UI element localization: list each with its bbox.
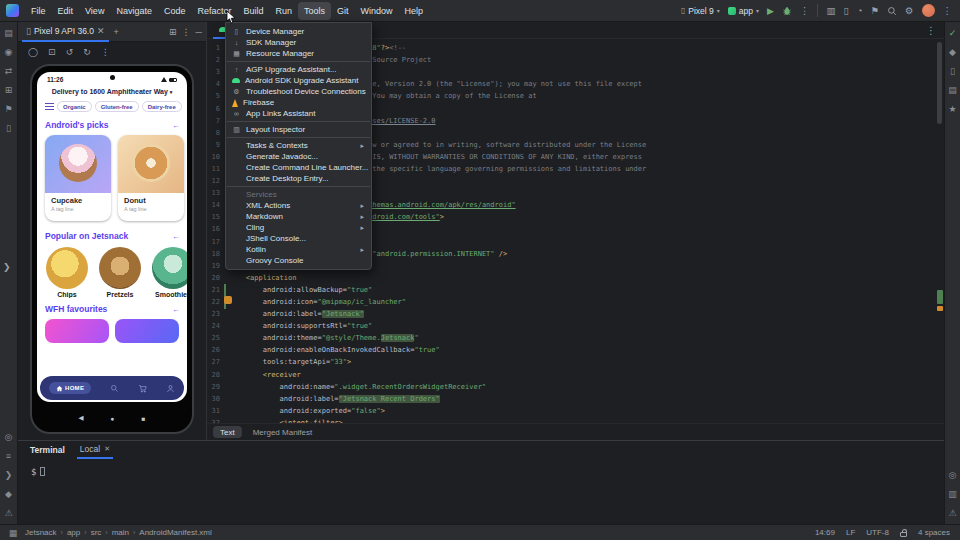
device-explorer-icon[interactable]: ▤	[945, 85, 960, 95]
split-icon[interactable]: ⊞	[169, 27, 177, 37]
line-number[interactable]: 8	[207, 129, 223, 137]
line-number[interactable]: 13	[207, 189, 223, 197]
gradle-icon[interactable]: ◆	[945, 47, 960, 57]
line-number[interactable]: 30	[207, 395, 223, 403]
editor-scrollbar[interactable]	[937, 42, 942, 124]
tab-text[interactable]: Text	[213, 426, 242, 438]
menu-item-device-manager[interactable]: ▯Device Manager	[226, 26, 371, 37]
nav-profile-icon[interactable]	[166, 379, 175, 397]
line-number[interactable]: 6	[207, 105, 223, 113]
menu-edit[interactable]: Edit	[52, 2, 80, 20]
recents-button[interactable]: ■	[142, 415, 146, 422]
line-number[interactable]: 4	[207, 80, 223, 88]
device-selector[interactable]: ▯ Pixel 9 ▾	[681, 6, 720, 16]
menu-item-groovy-console[interactable]: Groovy Console	[226, 255, 371, 266]
filter-icon[interactable]	[45, 103, 54, 110]
tab-merged-manifest[interactable]: Merged Manifest	[246, 426, 320, 438]
menu-item-jshell-console[interactable]: JShell Console...	[226, 233, 371, 244]
menu-item-xml-actions[interactable]: XML Actions▸	[226, 200, 371, 211]
menu-item-app-links-assistant[interactable]: ∞App Links Assistant	[226, 108, 371, 119]
menu-item-create-command-line-launcher[interactable]: Create Command Line Launcher...	[226, 162, 371, 173]
arrow-icon[interactable]: ←	[172, 232, 180, 241]
version-control-icon[interactable]: ◆	[1, 489, 17, 499]
launcher-icon-gutter-badge[interactable]	[224, 296, 232, 304]
breadcrumb-app[interactable]: app	[67, 528, 80, 537]
rotate-right-icon[interactable]: ↻	[83, 47, 91, 57]
caret-position[interactable]: 14:69	[815, 528, 835, 537]
menu-view[interactable]: View	[79, 2, 110, 20]
snack-card-cupcake[interactable]: CupcakeA tag line	[45, 135, 111, 221]
menu-item-create-desktop-entry[interactable]: Create Desktop Entry...	[226, 173, 371, 184]
menu-item-android-sdk-upgrade-assistant[interactable]: Android SDK Upgrade Assistant	[226, 75, 371, 86]
menu-item-layout-inspector[interactable]: ▥Layout Inspector	[226, 124, 371, 135]
layout-inspector-icon[interactable]: ▥	[945, 489, 960, 499]
line-number[interactable]: 26	[207, 346, 223, 354]
close-icon[interactable]: ✕	[104, 445, 110, 453]
line-number[interactable]: 22	[207, 298, 223, 306]
home-button[interactable]: ●	[111, 415, 115, 422]
app-quality-insights-icon[interactable]: ◎	[1, 432, 17, 442]
problems-view-icon[interactable]: ⚠	[945, 508, 960, 518]
rotate-left-icon[interactable]: ↺	[66, 47, 74, 57]
project-icon[interactable]: ▤	[1, 28, 17, 38]
problems-icon[interactable]: ⚠	[1, 508, 17, 518]
settings-gear-icon[interactable]: ⚙	[905, 5, 914, 16]
line-number[interactable]: 11	[207, 165, 223, 173]
line-number[interactable]: 25	[207, 334, 223, 342]
line-number[interactable]: 18	[207, 250, 223, 258]
menu-git[interactable]: Git	[331, 2, 355, 20]
line-number[interactable]: 2	[207, 56, 223, 64]
terminal-output[interactable]: $	[18, 459, 944, 477]
debug-button[interactable]	[782, 6, 792, 16]
app-insights-icon[interactable]: ◎	[945, 470, 960, 480]
structure-icon[interactable]: ⊞	[1, 85, 17, 95]
menu-code[interactable]: Code	[158, 2, 192, 20]
device-manager-icon[interactable]: ▯	[843, 5, 848, 16]
arrow-icon[interactable]: ←	[172, 121, 180, 130]
breadcrumb-main[interactable]: main	[112, 528, 129, 537]
logcat-icon[interactable]: ≡	[1, 451, 17, 461]
phone-screen[interactable]: 11:26 Delivery to 1600 Amphitheater Way …	[37, 72, 187, 402]
build-status-icon[interactable]: ✓	[945, 28, 960, 38]
arrow-icon[interactable]: ←	[172, 305, 180, 314]
layout-inspector-icon[interactable]: ▥	[826, 5, 835, 16]
ai-assistant-icon[interactable]: ★	[945, 104, 960, 114]
workspace-icon[interactable]: ▦	[5, 528, 21, 538]
line-number[interactable]: 20	[207, 274, 223, 282]
more-run-options-icon[interactable]: ⋮	[800, 5, 810, 16]
line-number[interactable]: 10	[207, 153, 223, 161]
notifications-icon[interactable]: ⚑	[870, 5, 879, 16]
user-avatar[interactable]	[922, 4, 935, 17]
hide-panel-icon[interactable]: ─	[196, 27, 202, 37]
menu-file[interactable]: File	[25, 2, 52, 20]
close-icon[interactable]: ✕	[97, 26, 105, 36]
menu-item-tasks-contexts[interactable]: Tasks & Contexts▸	[226, 140, 371, 151]
line-number[interactable]: 27	[207, 358, 223, 366]
menu-item-cling[interactable]: Cling▸	[226, 222, 371, 233]
nav-home[interactable]: HOME	[49, 382, 91, 394]
wfh-card[interactable]	[45, 319, 109, 343]
line-number[interactable]: 3	[207, 68, 223, 76]
menu-item-resource-manager[interactable]: ▦Resource Manager	[226, 48, 371, 59]
line-ending[interactable]: LF	[846, 528, 855, 537]
menu-item-markdown[interactable]: Markdown▸	[226, 211, 371, 222]
menu-item-troubleshoot-device-connections[interactable]: ⚙Troubleshoot Device Connections	[226, 86, 371, 97]
device-tab[interactable]: ▯ Pixel 9 API 36.0 ✕	[22, 22, 109, 42]
line-number[interactable]: 17	[207, 238, 223, 246]
filter-chip-organic[interactable]: Organic	[57, 101, 92, 112]
line-number[interactable]: 19	[207, 262, 223, 270]
line-number[interactable]: 21	[207, 286, 223, 294]
menu-build[interactable]: Build	[237, 2, 269, 20]
profiler-icon[interactable]: ◔	[857, 5, 863, 16]
device-manager-icon[interactable]: ▯	[1, 123, 17, 133]
screenshot-icon[interactable]: ⊡	[48, 47, 56, 57]
indent-setting[interactable]: 4 spaces	[918, 528, 950, 537]
delivery-bar[interactable]: Delivery to 1600 Amphitheater Way ▾	[37, 88, 187, 95]
line-number[interactable]: 1	[207, 44, 223, 52]
menu-window[interactable]: Window	[355, 2, 399, 20]
line-number[interactable]: 29	[207, 383, 223, 391]
more-options-icon[interactable]: ⋮	[943, 5, 953, 16]
bookmarks-icon[interactable]: ⚑	[1, 104, 17, 114]
nav-search-icon[interactable]	[110, 379, 119, 397]
panel-options-icon[interactable]: ⋮	[182, 27, 191, 37]
